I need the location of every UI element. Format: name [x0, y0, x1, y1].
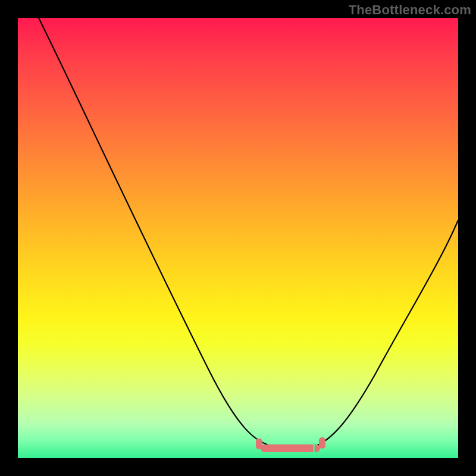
marker-icon: [255, 437, 332, 455]
svg-rect-1: [261, 444, 320, 452]
bottleneck-curve: [18, 18, 458, 458]
chart-container: TheBottleneck.com: [0, 0, 476, 476]
svg-rect-3: [313, 444, 315, 452]
optimal-range-marker: [255, 437, 332, 455]
plot-area: [18, 18, 458, 458]
watermark-text: TheBottleneck.com: [349, 2, 471, 18]
svg-rect-2: [319, 437, 325, 449]
